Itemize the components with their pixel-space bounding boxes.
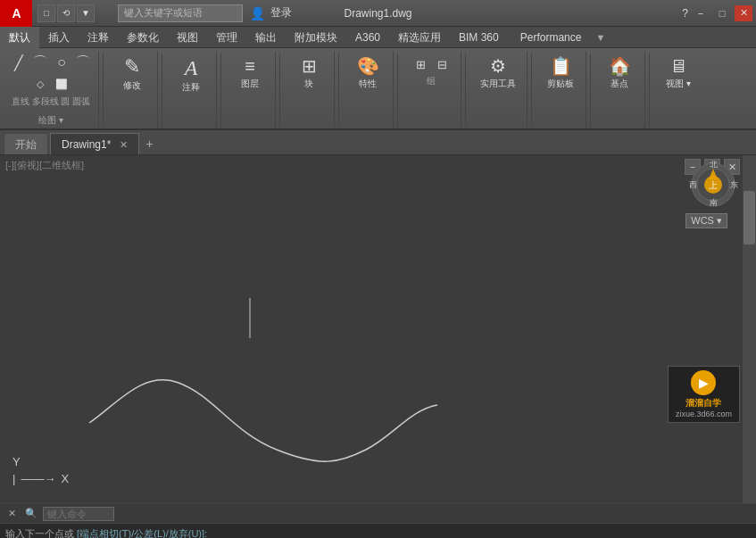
- group-btn2[interactable]: ⊟: [432, 55, 452, 73]
- qa-btn-1[interactable]: □: [37, 4, 55, 22]
- cmd-mini-input[interactable]: [43, 507, 114, 521]
- view-icon: 🖥: [669, 57, 687, 75]
- ribbon-menu-btn[interactable]: ▼: [595, 32, 605, 43]
- modify-group: ✎ 修改: [107, 52, 158, 128]
- cmd-search-btn[interactable]: 🔍: [23, 506, 39, 522]
- clipboard-icon: 📋: [550, 57, 572, 75]
- draw-tool-extra2[interactable]: ⬜: [52, 75, 71, 93]
- layer-group: ≡ 图层: [225, 52, 276, 128]
- utility-icon: ⚙: [490, 57, 506, 75]
- utility-btn[interactable]: ⚙ 实用工具: [475, 54, 521, 94]
- menu-item-parametric[interactable]: 参数化: [118, 27, 168, 48]
- close-button[interactable]: ✕: [735, 5, 752, 21]
- annotate-icon: A: [185, 57, 198, 79]
- tab-close-icon[interactable]: ✕: [120, 139, 128, 150]
- search-box[interactable]: 键入关键字或短语: [118, 4, 243, 22]
- x-axis-label: | ——→ X: [12, 472, 69, 485]
- separator-4: [279, 54, 280, 127]
- group-btn1[interactable]: ⊞: [411, 55, 430, 73]
- drawing-canvas[interactable]: [0, 155, 756, 503]
- polyline-tool-icon[interactable]: ⌒: [30, 54, 50, 71]
- circle-tool-icon[interactable]: ○: [52, 54, 71, 71]
- layer-btn[interactable]: ≡ 图层: [230, 54, 270, 94]
- y-axis-label: Y: [12, 455, 21, 468]
- clipboard-group: 📋 剪贴板: [536, 52, 586, 128]
- separator-10: [649, 54, 650, 127]
- menu-item-bim360[interactable]: BIM 360: [450, 27, 508, 48]
- properties-icon: 🎨: [357, 57, 379, 75]
- basepoint-label: 基点: [611, 78, 628, 90]
- utility-label: 实用工具: [480, 78, 516, 90]
- menu-item-addons[interactable]: 附加模块: [286, 27, 346, 48]
- menu-item-featured[interactable]: 精选应用: [389, 27, 450, 48]
- canvas-area[interactable]: [-][俯视][二维线框] − □ ✕ 北 东 南 西 上 WCS ▾: [0, 155, 756, 503]
- separator-3: [220, 54, 221, 127]
- cmd-line-1: 输入下一个点或 [端点相切(T)/公差(L)/放弃(U)]:: [5, 526, 751, 538]
- modify-label: 修改: [123, 79, 141, 92]
- help-icon[interactable]: ?: [682, 7, 688, 20]
- minimize-button[interactable]: −: [692, 5, 710, 21]
- view-btn[interactable]: 🖥 视图 ▾: [659, 54, 698, 94]
- clipboard-label: 剪贴板: [547, 78, 574, 90]
- ribbon-toolbar: ╱ ⌒ ○ ⌒ ◇ ⬜ 直线 多段线 圆 圆弧 绘图 ▾ ✎ 修改 A 注释: [0, 48, 756, 130]
- menu-item-insert[interactable]: 插入: [39, 27, 79, 48]
- menu-item-annotate[interactable]: 注释: [79, 27, 118, 48]
- title-bar: A □ ⟲ ▼ Drawing1.dwg 键入关键字或短语 👤 登录 ? − □…: [0, 0, 756, 27]
- menu-item-output[interactable]: 输出: [246, 27, 286, 48]
- block-label: 块: [304, 78, 313, 90]
- app-logo: A: [0, 0, 32, 27]
- separator-5: [338, 54, 339, 127]
- watermark-brand: 溜溜自学: [685, 397, 721, 410]
- menu-item-performance[interactable]: Performance: [510, 27, 593, 48]
- tab-start[interactable]: 开始: [4, 133, 48, 154]
- modify-icon: ✎: [124, 57, 140, 77]
- view-label: 视图 ▾: [666, 78, 691, 90]
- menu-bar: 默认 插入 注释 参数化 视图 管理 输出 附加模块 A360 精选应用 BIM…: [0, 27, 756, 48]
- block-btn[interactable]: ⊞ 块: [289, 54, 328, 94]
- block-icon: ⊞: [302, 57, 317, 75]
- draw-tool-extra1[interactable]: ◇: [30, 75, 50, 93]
- properties-btn[interactable]: 🎨 特性: [348, 54, 387, 94]
- window-title: Drawing1.dwg: [344, 7, 411, 20]
- annotate-btn[interactable]: A 注释: [171, 54, 211, 97]
- utility-group: ⚙ 实用工具: [469, 52, 528, 128]
- basepoint-btn[interactable]: 🏠 基点: [600, 54, 639, 94]
- tab-add-button[interactable]: +: [141, 135, 159, 153]
- xy-indicator: Y | ——→ X: [12, 455, 69, 485]
- layer-label: 图层: [241, 78, 259, 90]
- properties-group: 🎨 特性: [343, 52, 394, 128]
- block-group: ⊞ 块: [284, 52, 335, 128]
- group-label: 组: [427, 75, 436, 87]
- menu-item-a360[interactable]: A360: [346, 27, 389, 48]
- line-tool-icon[interactable]: ╱: [9, 54, 29, 71]
- qa-btn-2[interactable]: ⟲: [57, 4, 75, 22]
- cmd-input-top: [43, 507, 752, 521]
- layer-icon: ≡: [245, 57, 255, 75]
- menu-item-manage[interactable]: 管理: [207, 27, 246, 48]
- separator-8: [531, 54, 532, 127]
- group-group: ⊞ ⊟ 组: [402, 52, 461, 128]
- search-placeholder: 键入关键字或短语: [124, 6, 203, 20]
- view-group: 🖥 视图 ▾: [653, 52, 703, 128]
- viewport-label: [-][俯视][二维线框]: [5, 159, 84, 172]
- cmd-output: 输入下一个点或 [端点相切(T)/公差(L)/放弃(U)]: 输入下一个点或 […: [0, 524, 756, 538]
- modify-btn[interactable]: ✎ 修改: [112, 54, 152, 95]
- separator-7: [465, 54, 466, 127]
- separator-6: [397, 54, 398, 127]
- separator-2: [162, 54, 162, 127]
- window-controls: ? − □ ✕: [682, 5, 756, 21]
- watermark-play-icon: ▶: [699, 376, 709, 390]
- cmd-close-btn[interactable]: ✕: [4, 506, 20, 522]
- qa-btn-3[interactable]: ▼: [77, 4, 95, 22]
- login-label[interactable]: 登录: [270, 5, 292, 21]
- tab-drawing1-label: Drawing1*: [62, 138, 111, 151]
- basepoint-group: 🏠 基点: [594, 52, 645, 128]
- arc-tool-icon[interactable]: ⌒: [73, 54, 93, 71]
- tab-drawing1[interactable]: Drawing1* ✕: [50, 133, 139, 154]
- clipboard-btn[interactable]: 📋 剪贴板: [541, 54, 580, 94]
- maximize-button[interactable]: □: [713, 5, 731, 21]
- menu-item-default[interactable]: 默认: [0, 27, 39, 48]
- menu-item-view[interactable]: 视图: [168, 27, 207, 48]
- command-line: ✕ 🔍 输入下一个点或 [端点相切(T)/公差(L)/放弃(U)]: 输入下一个…: [0, 503, 756, 538]
- separator-9: [590, 54, 591, 127]
